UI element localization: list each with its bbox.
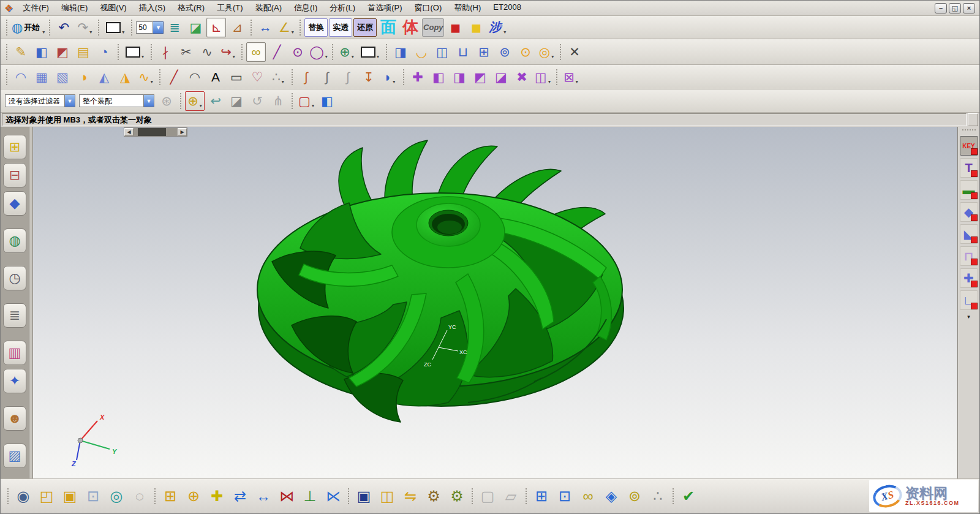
- plate-part-item[interactable]: ◣: [960, 224, 978, 244]
- bolt-part-item[interactable]: T: [960, 158, 978, 178]
- assembly-constraints-button[interactable]: ⋈: [276, 485, 298, 508]
- cross-part-item[interactable]: ✚: [960, 268, 978, 288]
- studio-spline-button[interactable]: ♡: [247, 67, 267, 87]
- show-component-button[interactable]: ▣: [59, 485, 81, 508]
- rectangle-button[interactable]: ▭: [227, 67, 246, 87]
- zoom-scale-combo[interactable]: 50▼: [136, 18, 164, 37]
- chevron-down-icon[interactable]: ▼: [143, 95, 154, 107]
- hole-button[interactable]: ⊚: [495, 42, 514, 62]
- chevron-down-icon[interactable]: ▾: [122, 29, 124, 37]
- wcs-orient-button[interactable]: ⊿: [227, 18, 247, 37]
- shell-button[interactable]: ⊔: [453, 42, 473, 62]
- show-dof-button[interactable]: ⊥: [299, 485, 321, 508]
- snap-point-button[interactable]: ⊕▾: [185, 91, 205, 111]
- translucency-button[interactable]: 实透: [329, 18, 352, 37]
- arc-curve-button[interactable]: ◠: [185, 67, 205, 87]
- history-button[interactable]: ◷: [3, 266, 26, 290]
- yellow-block-button[interactable]: ◼: [466, 18, 486, 37]
- circle-button[interactable]: ◯▾: [309, 42, 328, 62]
- measure-angle-button[interactable]: ∠▾: [276, 18, 296, 37]
- web-browser-button[interactable]: ◍: [3, 229, 26, 253]
- pattern-component-button[interactable]: ✚: [206, 485, 228, 508]
- shaded-view-button[interactable]: ◧: [317, 91, 337, 111]
- wcs-dynamics-button[interactable]: ⊾: [206, 18, 226, 37]
- menu-view[interactable]: 视图(V): [94, 1, 132, 15]
- chevron-down-icon[interactable]: ▾: [89, 29, 92, 37]
- chevron-down-icon[interactable]: ▾: [141, 54, 144, 61]
- copy-display-button[interactable]: Copy: [422, 18, 444, 37]
- selection-filter-dropdown[interactable]: 没有选择过滤器 ▼: [5, 94, 75, 107]
- toolbar-grip[interactable]: [6, 20, 7, 36]
- palette-drag-handle[interactable]: [962, 129, 976, 132]
- move-face-button[interactable]: ✚: [408, 67, 428, 87]
- new-component-button[interactable]: ⊕: [183, 485, 205, 508]
- chevron-down-icon[interactable]: ▾: [352, 54, 354, 61]
- offset-curve-button[interactable]: ∫: [296, 67, 316, 87]
- fillet-curve-button[interactable]: ∿: [197, 42, 217, 62]
- prompt-resize-handle[interactable]: [968, 113, 978, 126]
- menu-help[interactable]: 帮助(H): [448, 1, 487, 15]
- ruled-surface-button[interactable]: ◠: [11, 67, 31, 87]
- offset-region-button[interactable]: ◨: [450, 67, 469, 87]
- cup-part-item[interactable]: ⊓: [960, 246, 978, 266]
- resize-blend-button[interactable]: ◪: [491, 67, 511, 87]
- exploded-views-button[interactable]: ⊡: [554, 485, 576, 508]
- copy-face-button[interactable]: ◫▾: [533, 67, 552, 87]
- menu-edit[interactable]: 编辑(E): [55, 1, 94, 15]
- replace-component-button[interactable]: ⇋: [399, 485, 421, 508]
- chevron-down-icon[interactable]: ▾: [42, 29, 45, 37]
- materials-button[interactable]: ▥: [3, 341, 26, 365]
- menu-tools[interactable]: 工具(T): [211, 1, 249, 15]
- replace-display-button[interactable]: 替换: [304, 18, 328, 37]
- impeller-model[interactable]: YC XC ZC: [254, 135, 633, 442]
- find-component-button[interactable]: ◉: [12, 485, 34, 508]
- trim-curve-button[interactable]: ∤: [156, 42, 175, 62]
- suppression-variant-button[interactable]: ⚙: [446, 485, 468, 508]
- section-view-button[interactable]: ◧: [32, 42, 51, 62]
- measure-distance-button[interactable]: ↔: [255, 18, 275, 37]
- circle-center-button[interactable]: ⊙: [288, 42, 307, 62]
- toolbar-grip[interactable]: [6, 44, 7, 60]
- join-curve-button[interactable]: ∞: [246, 42, 266, 62]
- eraser-button[interactable]: ◪: [227, 91, 246, 111]
- chevron-down-icon[interactable]: ▾: [377, 54, 379, 61]
- through-curve-mesh-button[interactable]: ▧: [53, 67, 72, 87]
- section-surface-button[interactable]: ◭: [94, 67, 114, 87]
- layer-in-view-button[interactable]: ◪: [186, 18, 205, 37]
- display-plane-swatch[interactable]: ▾: [123, 42, 147, 62]
- move-component-button[interactable]: ↔: [252, 485, 274, 508]
- handle-button[interactable]: ⋔: [268, 91, 288, 111]
- project-curve-button[interactable]: ↧: [359, 67, 379, 87]
- chevron-down-icon[interactable]: ▼: [64, 95, 75, 107]
- scrollbar-track[interactable]: [134, 128, 178, 136]
- chevron-down-icon[interactable]: ▾: [292, 29, 294, 37]
- pull-face-button[interactable]: ◧: [429, 67, 448, 87]
- roles-button[interactable]: ☻: [3, 406, 26, 431]
- selection-scope-dropdown[interactable]: 整个装配 ▼: [79, 94, 154, 107]
- sequence-step-button[interactable]: ▱: [500, 485, 522, 508]
- sketch-button[interactable]: ✎: [11, 42, 31, 62]
- revolve-button[interactable]: ◡: [412, 42, 431, 62]
- redo-button[interactable]: ↷▾: [75, 18, 94, 37]
- wrap-curve-button[interactable]: ◗▾: [380, 67, 399, 87]
- toolbar-grip[interactable]: [7, 488, 9, 504]
- palette-scroll-down-icon[interactable]: ▾: [967, 314, 970, 320]
- point-set-button[interactable]: ∴▾: [268, 67, 288, 87]
- sketch-plane-swatch[interactable]: ▾: [358, 42, 382, 62]
- text-button[interactable]: A: [206, 67, 225, 87]
- add-component-button[interactable]: ⊞: [159, 485, 181, 508]
- mirror-assembly-button[interactable]: ⇄: [229, 485, 251, 508]
- chevron-down-icon[interactable]: ▼: [153, 21, 164, 34]
- arrangements-button[interactable]: ⊞: [530, 485, 552, 508]
- toolbar-grip[interactable]: [6, 69, 7, 85]
- undo-button[interactable]: ↶: [54, 18, 74, 37]
- chevron-down-icon[interactable]: ▾: [393, 79, 395, 86]
- section-curve-button[interactable]: ◩: [53, 42, 72, 62]
- bracket-part-item[interactable]: ◆: [960, 202, 978, 222]
- constraint-navigator-button[interactable]: ⊟: [3, 163, 26, 187]
- graphics-window[interactable]: ◀ ▶: [33, 127, 957, 478]
- key-library-item[interactable]: KEY: [960, 136, 978, 156]
- chevron-down-icon[interactable]: ▾: [282, 79, 284, 86]
- constraint-toggle-button[interactable]: ⋉: [322, 485, 344, 508]
- swept-flange-button[interactable]: ◔: [94, 42, 114, 62]
